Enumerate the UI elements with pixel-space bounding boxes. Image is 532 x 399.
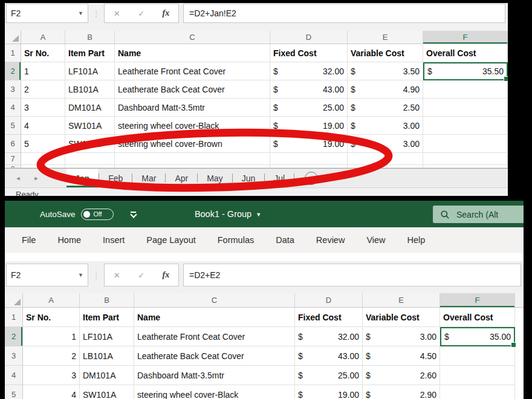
cell-B2[interactable]: LF101A	[65, 62, 115, 80]
quick-access-toolbar-icon[interactable]	[129, 212, 138, 217]
cell-B4[interactable]: DM101A	[80, 366, 134, 385]
cell-F3[interactable]	[440, 346, 515, 366]
cell-A4[interactable]: 3	[23, 366, 80, 385]
column-header-B[interactable]: B	[80, 293, 134, 307]
cell-C5[interactable]: steering wheel cover-Black	[134, 385, 295, 399]
cell-B2[interactable]: LF101A	[80, 327, 134, 346]
cell-D7[interactable]	[270, 153, 348, 165]
column-header-A[interactable]: A	[21, 31, 65, 44]
cell-E7[interactable]	[348, 153, 423, 165]
ribbon-tab-formulas[interactable]: Formulas	[218, 235, 254, 245]
cell-E1[interactable]: Variable Cost	[348, 44, 423, 62]
row-header-1[interactable]: 1	[5, 308, 23, 327]
ribbon-tab-insert[interactable]: Insert	[103, 235, 125, 245]
cell-A6[interactable]: 5	[21, 135, 65, 153]
select-all-corner[interactable]	[5, 293, 23, 307]
row-header-4[interactable]: 4	[5, 366, 23, 385]
cell-D1[interactable]: Fixed Cost	[270, 44, 348, 62]
cell-C3[interactable]: Leatherate Back Ceat Cover	[134, 346, 295, 366]
cell-D1[interactable]: Fixed Cost	[295, 308, 363, 327]
row-header-5[interactable]: 5	[5, 117, 21, 135]
ribbon-tab-file[interactable]: File	[22, 235, 36, 245]
cell-E5[interactable]: $2.90	[363, 385, 440, 399]
column-header-D[interactable]: D	[295, 293, 363, 307]
cell-F1[interactable]: Overall Cost	[423, 44, 508, 62]
row-header-4[interactable]: 4	[5, 99, 21, 117]
cell-B6[interactable]: SW101B	[65, 135, 115, 153]
confirm-entry-icon[interactable]: ✓	[138, 271, 144, 280]
column-header-C[interactable]: C	[134, 293, 295, 307]
cell-B5[interactable]: SW101A	[80, 385, 134, 399]
row-header-2[interactable]: 2	[5, 62, 21, 80]
row-header-6[interactable]: 6	[5, 135, 21, 153]
cell-F2[interactable]: $35.50	[423, 62, 508, 80]
fill-handle[interactable]	[511, 342, 516, 348]
sheet-tab-may[interactable]: May	[198, 169, 231, 187]
sheet-tab-jul[interactable]: Jul	[265, 169, 293, 187]
name-box[interactable]: F2 ▼	[6, 4, 88, 23]
cell-F2[interactable]: $35.00	[440, 327, 515, 346]
cell-E2[interactable]: $3.50	[348, 62, 423, 80]
cell-D2[interactable]: $32.00	[270, 62, 348, 80]
autosave-toggle[interactable]: Off	[81, 209, 114, 220]
insert-function-icon[interactable]: fx	[163, 270, 170, 280]
search-box[interactable]: Search (Alt	[433, 206, 524, 223]
cell-A5[interactable]: 4	[23, 385, 80, 399]
cell-C5[interactable]: steering wheel cover-Black	[115, 117, 270, 135]
column-header-F[interactable]: F	[440, 293, 515, 307]
row-header-2[interactable]: 2	[5, 327, 23, 346]
cell-B1[interactable]: Item Part	[65, 44, 115, 62]
cell-D3[interactable]: $43.00	[295, 346, 363, 366]
cell-B7[interactable]	[65, 153, 115, 165]
cell-D4[interactable]: $25.00	[295, 366, 363, 385]
cell-B3[interactable]: LB101A	[80, 346, 134, 366]
cell-B5[interactable]: SW101A	[65, 117, 115, 135]
cell-F1[interactable]: Overall Cost	[440, 308, 515, 327]
cell-F6[interactable]	[423, 135, 508, 153]
column-header-E[interactable]: E	[363, 293, 440, 307]
ribbon-tab-page-layout[interactable]: Page Layout	[146, 235, 195, 245]
cell-C2[interactable]: Leatherate Front Ceat Cover	[134, 327, 295, 346]
cell-D5[interactable]: $19.00	[295, 385, 363, 399]
new-sheet-button[interactable]: +	[305, 172, 318, 185]
cell-E2[interactable]: $3.00	[363, 327, 440, 346]
cell-E6[interactable]: $3.00	[348, 135, 423, 153]
column-header-D[interactable]: D	[270, 31, 348, 44]
cell-A2[interactable]: 1	[21, 62, 65, 80]
ribbon-tab-view[interactable]: View	[366, 235, 385, 245]
cell-A1[interactable]: Sr No.	[21, 44, 65, 62]
cell-C4[interactable]: Dashboard Matt-3.5mtr	[115, 99, 270, 117]
cell-A1[interactable]: Sr No.	[23, 308, 80, 327]
column-header-B[interactable]: B	[65, 31, 115, 44]
column-header-F[interactable]: F	[423, 31, 508, 44]
cell-F5[interactable]	[440, 385, 515, 399]
tab-scroll-left-icon[interactable]: ◄	[13, 169, 23, 187]
cell-A3[interactable]: 2	[21, 80, 65, 99]
cell-E3[interactable]: $4.50	[363, 346, 440, 366]
cell-F4[interactable]	[440, 366, 515, 385]
cell-D6[interactable]: $19.00	[270, 135, 348, 153]
cancel-entry-icon[interactable]: ✕	[114, 271, 120, 280]
row-header-3[interactable]: 3	[5, 80, 21, 99]
row-header-5[interactable]: 5	[5, 385, 23, 399]
tab-scroll-right-icon[interactable]: ►	[31, 169, 41, 187]
column-header-A[interactable]: A	[23, 293, 80, 307]
cell-A4[interactable]: 3	[21, 99, 65, 117]
cancel-entry-icon[interactable]: ✕	[114, 9, 120, 18]
formula-input[interactable]: =D2+E2	[183, 264, 521, 287]
cell-C6[interactable]: steering wheel cover-Brown	[115, 135, 270, 153]
cell-C3[interactable]: Leatherate Back Ceat Cover	[115, 80, 270, 99]
cell-E4[interactable]: $2.60	[363, 366, 440, 385]
name-box-dropdown-icon[interactable]: ▼	[78, 272, 83, 278]
cell-C7[interactable]	[115, 153, 270, 165]
column-header-E[interactable]: E	[348, 31, 423, 44]
row-header-3[interactable]: 3	[5, 346, 23, 366]
cell-D3[interactable]: $43.00	[270, 80, 348, 99]
cell-E1[interactable]: Variable Cost	[363, 308, 440, 327]
name-box[interactable]: F2 ▼	[6, 264, 88, 287]
cell-C1[interactable]: Name	[134, 308, 295, 327]
cell-A5[interactable]: 4	[21, 117, 65, 135]
select-all-corner[interactable]	[5, 31, 21, 44]
cell-B1[interactable]: Item Part	[80, 308, 134, 327]
formula-input[interactable]: =D2+Jan!E2	[183, 4, 505, 23]
